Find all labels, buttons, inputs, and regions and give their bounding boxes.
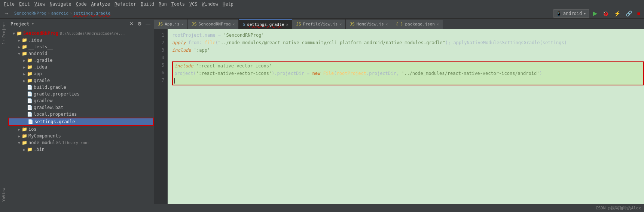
code-line-5: include ':react-native-vector-icons' [174, 62, 642, 70]
tab-icon-packagejson: { } [396, 22, 403, 27]
tree-item-mycomponents[interactable]: ▶ 📁 MyComponents [8, 133, 154, 139]
toolbar-left: → SencondRNProg › android › settings.gra… [2, 10, 113, 17]
menu-view[interactable]: View [32, 1, 48, 7]
debug-button[interactable]: 🐞 [601, 10, 610, 17]
code-token-file2: File [323, 70, 334, 77]
tree-item-android[interactable]: ▼ 📁 android [8, 50, 154, 57]
tree-item-gradle2[interactable]: ▶ 📁 gradle [8, 77, 154, 84]
sidebar-title: Project [10, 21, 30, 27]
menu-window[interactable]: Window [200, 1, 220, 7]
tree-label-root: SencondRNProg [23, 31, 58, 36]
line-num-2: 2 [156, 39, 164, 46]
menu-file[interactable]: File [1, 1, 17, 7]
tab-packagejson[interactable]: { } package.json ✕ [392, 19, 443, 29]
profile-button[interactable]: ⚡ [613, 10, 622, 17]
tree-item-tests[interactable]: ▶ 📁 __tests__ [8, 43, 154, 50]
folder-icon-gradle1: 📁 [27, 58, 33, 63]
tab-label-settingsgradle: settings.gradle [247, 22, 284, 27]
folder-icon-bin: 📁 [27, 147, 33, 152]
menu-tools[interactable]: Tools [169, 1, 187, 7]
tree-item-settingsgradle[interactable]: 📄 settings.gradle [8, 118, 154, 126]
tree-item-root[interactable]: ▼ 📁 SencondRNProg D:\AllCodes\AndroidCod… [8, 30, 154, 37]
tree-item-app[interactable]: ▶ 📁 app [8, 70, 154, 77]
tree-arrow-android: ▼ [16, 52, 22, 56]
code-lines[interactable]: rootProject.name = 'SencondRNProg' apply… [168, 29, 644, 204]
tab-close-profileview[interactable]: ✕ [339, 22, 342, 26]
tab-close-appjs[interactable]: ✕ [181, 22, 184, 26]
tab-settingsgradle[interactable]: G settings.gradle ✕ [239, 19, 292, 29]
tree-item-idea1[interactable]: ▶ 📁 .idea [8, 37, 154, 43]
android-icon: 📱 [556, 11, 562, 16]
menu-vcs[interactable]: VCS [187, 1, 200, 7]
line-num-5: 5 [156, 61, 164, 69]
folder-icon-tests: 📁 [22, 44, 27, 49]
tab-close-homeview[interactable]: ✕ [386, 22, 388, 26]
android-dropdown[interactable]: 📱 android ▾ [553, 9, 589, 18]
tree-item-nodemodules[interactable]: ▼ 📁 node_modules library root [8, 139, 154, 146]
editor-area: JS App.js ✕ JS SencondRNProg ✕ G setting… [154, 19, 644, 204]
stop-button[interactable]: ■ [636, 10, 642, 17]
code-token: from: [186, 39, 205, 46]
tab-close-settingsgradle[interactable]: ✕ [286, 22, 288, 27]
sidebar-settings-button[interactable]: ⚙ [136, 21, 143, 27]
code-token-include1: include [172, 46, 191, 54]
menu-help[interactable]: Help [220, 1, 236, 7]
code-token-dir: ).projectDir = [272, 70, 312, 77]
sidebar-close-button[interactable]: — [144, 21, 152, 27]
code-token-string5: ':react-native-vector-icons' [196, 70, 272, 77]
tree-label-idea1: .idea [28, 37, 42, 43]
tree-item-buildgradle[interactable]: 📄 build.gradle [8, 84, 154, 91]
status-bar: CSDN @很喝咖啡的Alex [0, 204, 644, 212]
folder-icon-idea2: 📁 [27, 64, 33, 70]
code-token: rootProject.name = [172, 31, 223, 39]
menu-navigate[interactable]: Navigate [48, 1, 74, 7]
tree-item-gradlewbat[interactable]: 📄 gradlew.bat [8, 104, 154, 111]
menu-build[interactable]: Build [138, 1, 156, 7]
code-token-project: project( [174, 70, 196, 77]
tree-item-gradle1[interactable]: ▶ 📁 .gradle [8, 57, 154, 64]
breadcrumb: SencondRNProg › android › settings.gradl… [12, 11, 113, 16]
code-line-2: apply from: file("../node_modules/@react… [172, 39, 644, 46]
tree-item-gradleprop[interactable]: 📄 gradle.properties [8, 91, 154, 97]
tab-appjs[interactable]: JS App.js ✕ [154, 19, 188, 29]
menu-run[interactable]: Run [156, 1, 169, 7]
tree-item-gradlew[interactable]: 📄 gradlew [8, 97, 154, 104]
menu-code[interactable]: Code [74, 1, 89, 7]
sidebar-pin-button[interactable]: ✕ [128, 21, 135, 27]
back-button[interactable]: → [2, 10, 10, 17]
project-panel-label[interactable]: 1: Project [1, 19, 7, 47]
tab-close-packagejson[interactable]: ✕ [437, 22, 439, 26]
yn-view-label[interactable]: YnView [1, 186, 7, 204]
code-line-4 [172, 54, 644, 61]
folder-icon-mycomponents: 📁 [22, 133, 27, 139]
folder-icon-idea1: 📁 [22, 37, 27, 43]
breadcrumb-settingsgradle[interactable]: settings.gradle [73, 11, 110, 16]
tree-arrow-gradle1: ▶ [22, 58, 27, 63]
menu-analyze[interactable]: Analyze [89, 1, 113, 7]
code-editor[interactable]: 1 2 3 4 5 6 7 rootProject.name = 'Sencon… [154, 29, 644, 204]
tab-icon-sencond: JS [192, 22, 196, 27]
tree-item-localprop[interactable]: 📄 local.properties [8, 111, 154, 118]
tab-profileview[interactable]: JS ProfileView.js ✕ [292, 19, 346, 29]
tree-label-buildgradle: build.gradle [34, 85, 66, 90]
tree-item-idea2[interactable]: ▶ 📁 .idea [8, 64, 154, 70]
tree-item-bin[interactable]: ▶ 📁 .bin [8, 146, 154, 153]
tab-close-sencond[interactable]: ✕ [232, 22, 235, 26]
breadcrumb-root[interactable]: SencondRNProg [14, 11, 46, 16]
sidebar-view-selector[interactable]: ▾ [32, 21, 34, 26]
attach-button[interactable]: 🔗 [624, 10, 634, 17]
tab-label-profileview: ProfileView.js [303, 22, 338, 27]
tab-sencond[interactable]: JS SencondRNProg ✕ [188, 19, 239, 29]
menu-edit[interactable]: Edit [17, 1, 32, 7]
breadcrumb-sep1: › [48, 11, 50, 16]
tree-item-ios[interactable]: ▶ 📁 ios [8, 126, 154, 133]
tree-label-gradle2: gradle [34, 78, 50, 83]
folder-open-icon-nodemodules: 📁 [22, 140, 27, 145]
tab-icon-settingsgradle: G [242, 22, 245, 27]
breadcrumb-android[interactable]: android [51, 11, 68, 16]
tree-arrow-bin: ▶ [22, 148, 27, 152]
tab-homeview[interactable]: JS HomeView.js ✕ [346, 19, 392, 29]
menu-refactor[interactable]: Refactor [112, 1, 138, 7]
tab-bar: JS App.js ✕ JS SencondRNProg ✕ G setting… [154, 19, 644, 29]
run-button[interactable]: ▶ [591, 9, 599, 18]
